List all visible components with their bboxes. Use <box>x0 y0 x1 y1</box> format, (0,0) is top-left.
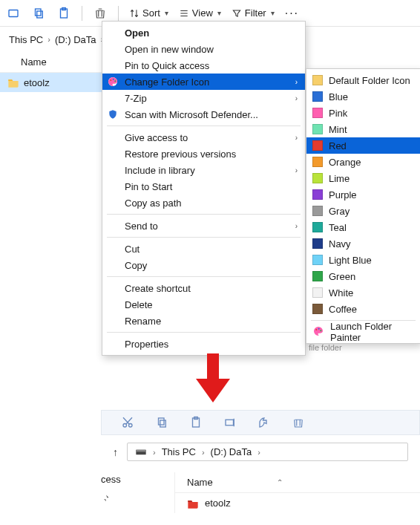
chevron-up-icon: ⌃ <box>277 478 283 486</box>
menu-7zip[interactable]: 7-Zip› <box>102 90 305 106</box>
crumb-this-pc[interactable]: This PC <box>9 34 43 45</box>
swatch-icon <box>312 238 323 249</box>
cut-icon[interactable] <box>121 416 134 429</box>
svg-point-9 <box>315 329 317 330</box>
copy-icon[interactable] <box>31 6 46 21</box>
menu-pin-start[interactable]: Pin to Start <box>102 178 305 195</box>
swatch-icon <box>312 304 323 314</box>
menu-properties[interactable]: Properties <box>102 336 305 352</box>
menu-restore-versions[interactable]: Restore previous versions <box>102 146 305 162</box>
svg-rect-1 <box>36 9 42 16</box>
menu-defender[interactable]: Scan with Microsoft Defender... <box>102 106 305 123</box>
crumb-drive[interactable]: (D:) DaTa <box>55 34 96 45</box>
color-teal[interactable]: Teal <box>306 219 420 235</box>
chevron-right-icon: › <box>295 78 298 86</box>
filter-button[interactable]: Filter ▾ <box>232 7 275 19</box>
pin-icon <box>101 494 110 503</box>
view-label: View <box>192 7 213 19</box>
sort-button[interactable]: Sort ▾ <box>129 7 168 19</box>
svg-rect-2 <box>37 11 43 18</box>
menu-rename[interactable]: Rename <box>102 313 305 329</box>
filter-label: Filter <box>245 7 266 19</box>
file-list: Name ⌃ etoolz <box>174 472 420 513</box>
swatch-icon <box>312 271 323 281</box>
file-row-etoolz[interactable]: etoolz <box>175 493 420 513</box>
delete-icon[interactable] <box>292 416 305 429</box>
menu-create-shortcut[interactable]: Create shortcut <box>102 280 305 296</box>
paste-icon[interactable] <box>56 6 71 21</box>
sidebar-fragment: cess <box>101 469 121 508</box>
folder-icon-red <box>187 498 199 509</box>
bottom-explorer: ↑ › This PC › (D:) DaTa › <box>101 410 420 469</box>
color-mint[interactable]: Mint <box>306 121 420 137</box>
menu-cut[interactable]: Cut <box>102 241 305 257</box>
svg-point-7 <box>113 79 114 80</box>
color-lightblue[interactable]: Light Blue <box>306 252 420 268</box>
paint-icon <box>312 325 324 339</box>
color-red[interactable]: Red <box>306 137 420 154</box>
drive-icon <box>135 448 147 457</box>
menu-separator <box>107 214 301 215</box>
menu-separator <box>107 125 301 126</box>
chevron-right-icon: › <box>295 222 298 230</box>
svg-rect-14 <box>159 418 165 425</box>
menu-change-folder-icon[interactable]: Change Folder Icon› <box>102 74 305 90</box>
menu-open[interactable]: Open <box>102 25 305 41</box>
color-blue[interactable]: Blue <box>306 88 420 105</box>
column-name: Name <box>187 477 213 488</box>
sort-label: Sort <box>142 7 160 19</box>
copy-icon[interactable] <box>155 416 168 429</box>
shield-icon <box>107 108 119 120</box>
up-button[interactable]: ↑ <box>113 446 118 458</box>
launch-folder-painter[interactable]: Launch Folder Painter <box>306 324 420 340</box>
menu-delete[interactable]: Delete <box>102 296 305 313</box>
share-icon[interactable] <box>257 416 271 429</box>
view-button[interactable]: View ▾ <box>179 7 221 19</box>
svg-rect-15 <box>160 420 166 427</box>
color-green[interactable]: Green <box>306 268 420 284</box>
color-default[interactable]: Default Folder Icon <box>306 72 420 88</box>
column-name: Name <box>21 56 47 68</box>
svg-rect-20 <box>136 449 145 451</box>
color-lime[interactable]: Lime <box>306 170 420 186</box>
color-pink[interactable]: Pink <box>306 105 420 121</box>
address-bar[interactable]: › This PC › (D:) DaTa › <box>127 443 408 461</box>
color-white[interactable]: White <box>306 284 420 301</box>
color-coffee[interactable]: Coffee <box>306 301 420 317</box>
svg-point-10 <box>318 327 320 329</box>
color-orange[interactable]: Orange <box>306 154 420 170</box>
svg-rect-0 <box>9 10 18 16</box>
column-header[interactable]: Name ⌃ <box>175 472 420 493</box>
swatch-icon <box>312 124 323 134</box>
menu-include-library[interactable]: Include in library› <box>102 162 305 178</box>
paste-icon[interactable] <box>189 416 203 429</box>
file-name: etoolz <box>24 77 50 88</box>
context-menu: Open Open in new window Pin to Quick acc… <box>102 21 306 356</box>
crumb-this-pc[interactable]: This PC <box>162 446 196 457</box>
rename-icon[interactable] <box>223 416 237 429</box>
chevron-right-icon: › <box>47 35 50 44</box>
sidebar-item-pinned[interactable] <box>101 489 121 508</box>
menu-give-access[interactable]: Give access to› <box>102 129 305 146</box>
chevron-down-icon: ▾ <box>217 9 221 17</box>
svg-rect-18 <box>226 420 234 425</box>
color-purple[interactable]: Purple <box>306 186 420 203</box>
chevron-down-icon: ▾ <box>271 9 275 17</box>
menu-separator <box>107 237 301 238</box>
swatch-icon <box>312 189 323 200</box>
menu-copy-path[interactable]: Copy as path <box>102 195 305 211</box>
swatch-icon <box>312 222 323 232</box>
menu-copy[interactable]: Copy <box>102 257 305 273</box>
color-gray[interactable]: Gray <box>306 203 420 219</box>
new-folder-icon[interactable] <box>6 6 21 21</box>
menu-send-to[interactable]: Send to› <box>102 218 305 234</box>
crumb-drive[interactable]: (D:) DaTa <box>211 446 252 457</box>
delete-icon[interactable] <box>93 6 108 21</box>
folder-icon <box>7 77 19 88</box>
more-button[interactable]: ··· <box>285 7 299 20</box>
color-navy[interactable]: Navy <box>306 235 420 252</box>
menu-pin-quick-access[interactable]: Pin to Quick access <box>102 57 305 74</box>
menu-open-new-window[interactable]: Open in new window <box>102 41 305 57</box>
swatch-icon <box>312 255 323 265</box>
sidebar-item-quick-access[interactable]: cess <box>101 469 121 489</box>
